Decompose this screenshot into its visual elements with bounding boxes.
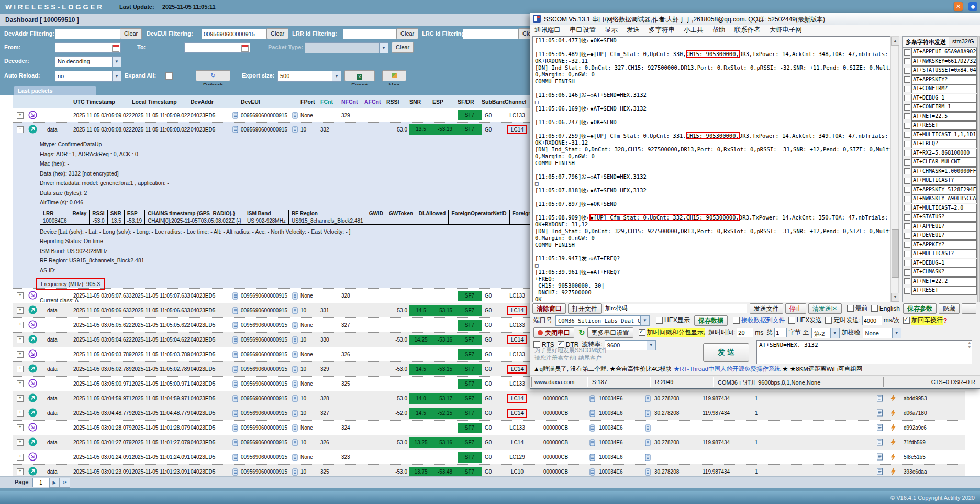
expand-row-icon[interactable]: + (17, 424, 24, 431)
deveui-filter-input[interactable] (202, 29, 268, 39)
at-command-button[interactable]: AT+NET=22,2 (911, 277, 977, 286)
open-file-button[interactable]: 打开文件 (568, 303, 602, 314)
send-button[interactable]: 发 送 (703, 343, 749, 362)
timestamp-checkbox[interactable] (639, 329, 645, 336)
at-command-checkbox[interactable] (904, 178, 910, 184)
column-header-fport[interactable]: FPort (300, 95, 320, 108)
menu-item[interactable]: 小工具 (684, 26, 704, 35)
help-icon[interactable]: ? (943, 317, 947, 324)
column-header-afcnt[interactable]: AFCnt (364, 95, 386, 108)
column-header-devaddr[interactable]: DevAddr (191, 95, 229, 108)
baud-select[interactable]: 9600▼ (605, 340, 656, 350)
port-select[interactable]: COM36 Silicon Labs Dual CP:▼ (555, 315, 650, 326)
menu-item[interactable]: 串口设置 (570, 26, 596, 35)
at-command-checkbox[interactable] (904, 196, 910, 202)
at-command-checkbox[interactable] (904, 205, 910, 211)
expand-row-icon[interactable]: + (17, 454, 24, 461)
spinner-icons[interactable]: ▲▼ (968, 341, 971, 350)
deveui-clear-button[interactable]: Clear (266, 28, 288, 39)
report-icon[interactable] (876, 468, 890, 476)
column-header-deveui[interactable]: DevEUI (241, 95, 289, 108)
expand-row-icon[interactable]: + (17, 307, 24, 314)
clear-send-area-button[interactable]: 清发送区 (808, 303, 842, 314)
byte-pos-input[interactable] (774, 328, 787, 337)
expand-row-icon[interactable]: + (17, 439, 24, 446)
expand-row-icon[interactable]: + (17, 322, 24, 328)
collapse-row-icon[interactable]: − (17, 126, 24, 133)
refresh-ports-icon[interactable]: ↻ (578, 328, 585, 337)
expand-row-icon[interactable]: + (17, 410, 24, 417)
column-header-sfdr[interactable]: SF/DR (458, 95, 482, 108)
at-command-button[interactable]: AT+NWKSKEY=A90FB5CCA (911, 194, 977, 203)
devaddr-filter-input[interactable] (55, 29, 121, 39)
at-command-checkbox[interactable] (904, 68, 910, 74)
at-command-button[interactable]: AT+CHMASK? (911, 268, 977, 277)
scroll-down-icon[interactable]: ▼ (891, 293, 899, 302)
at-command-checkbox[interactable] (904, 58, 910, 64)
at-command-button[interactable]: AT+MULTICAST=1,1,1D1 (911, 130, 977, 139)
at-command-button[interactable]: AT+APPEUI? (911, 222, 977, 231)
packet-row[interactable]: +data2025-11-05 03:04:48.7792025-11-05 1… (13, 406, 965, 420)
packet-row[interactable]: +2025-11-05 03:01:28.0792025-11-05 11:01… (13, 420, 965, 435)
save-data-button[interactable]: 保存数据 (694, 315, 728, 326)
at-command-checkbox[interactable] (904, 251, 910, 257)
expand-row-icon[interactable]: + (17, 351, 24, 358)
action-icon[interactable] (890, 468, 904, 476)
column-header-nfcnt[interactable]: NFCnt (341, 95, 364, 108)
action-icon[interactable] (890, 395, 904, 403)
collapse-button[interactable]: — (962, 303, 976, 314)
expand-row-icon[interactable]: + (17, 366, 24, 372)
menu-item[interactable]: 联系作者 (734, 26, 761, 35)
menu-item[interactable]: 显示 (605, 26, 618, 35)
at-command-checkbox[interactable] (904, 76, 910, 83)
at-command-button[interactable]: AT+APPSKEY=5128E294F (911, 185, 977, 194)
at-command-checkbox[interactable] (904, 260, 910, 266)
at-command-button[interactable]: AT+DEBUG=1 (911, 259, 977, 268)
report-icon[interactable] (876, 439, 890, 447)
at-command-checkbox[interactable] (904, 150, 910, 156)
page-input[interactable] (32, 478, 49, 487)
panel-scrollbar[interactable] (977, 36, 980, 302)
packet-row[interactable]: +data2025-11-05 03:01:27.0792025-11-05 1… (13, 435, 965, 450)
at-command-button[interactable]: AT+APPEUI=65A9A8A902 (911, 48, 977, 57)
at-command-checkbox[interactable] (904, 214, 910, 221)
at-command-button[interactable]: AT+APPKEY? (911, 240, 977, 249)
at-command-button[interactable]: AT+RESET (911, 286, 977, 295)
at-command-checkbox[interactable] (904, 113, 910, 119)
at-command-checkbox[interactable] (904, 187, 910, 193)
menu-item[interactable]: 帮助 (712, 26, 726, 35)
at-command-button[interactable]: AT+APPSKEY? (911, 75, 977, 84)
at-command-button[interactable]: AT+FREQ? (911, 139, 977, 148)
column-header-subband[interactable]: SubBand (482, 95, 505, 108)
report-icon[interactable] (876, 409, 890, 418)
at-command-button[interactable]: AT+MULTICAST=2,0 (911, 204, 977, 213)
save-params-button[interactable]: 保存参数 (903, 303, 937, 314)
menu-item[interactable]: 大虾电子网 (770, 26, 803, 35)
at-command-button[interactable]: AT+CHMASK=1,000000FF (911, 167, 977, 176)
menu-item[interactable]: 多字符串 (649, 26, 675, 35)
packet-type-clear-button[interactable]: Clear (392, 42, 414, 53)
action-icon[interactable] (890, 439, 904, 447)
at-command-checkbox[interactable] (904, 288, 910, 294)
from-input[interactable] (55, 42, 121, 53)
hide-panel-button[interactable]: 隐藏 (939, 303, 960, 314)
timed-send-checkbox[interactable] (825, 317, 832, 324)
send-file-button[interactable]: 发送文件 (750, 303, 783, 314)
at-command-checkbox[interactable] (904, 86, 910, 92)
reload-page-button[interactable]: ⟳ (60, 478, 70, 488)
at-command-button[interactable]: AT+NET=22,5 (911, 112, 977, 121)
column-header-local[interactable]: Local Timestamp (132, 95, 191, 108)
clear-window-button[interactable]: 清除窗口 (532, 303, 566, 314)
at-command-button[interactable]: AT+STATUSSET=0x84,04 (911, 66, 977, 75)
hex-display-checkbox[interactable] (656, 317, 663, 324)
terminal-scrollbar[interactable]: ▲ ▼ (890, 36, 899, 302)
to-input[interactable] (184, 42, 250, 53)
next-page-button[interactable]: ▶ (49, 478, 60, 488)
scroll-thumb[interactable] (892, 229, 899, 278)
packet-row[interactable]: +data2025-11-05 03:04:59.9712025-11-05 1… (13, 391, 965, 406)
map-button[interactable]: Map (382, 70, 406, 81)
at-command-checkbox[interactable] (904, 278, 910, 284)
column-header-rssi[interactable]: RSSI (386, 95, 409, 108)
decoder-select[interactable]: No decoding▼ (55, 56, 121, 67)
app-icon[interactable]: ◆ (968, 2, 977, 11)
